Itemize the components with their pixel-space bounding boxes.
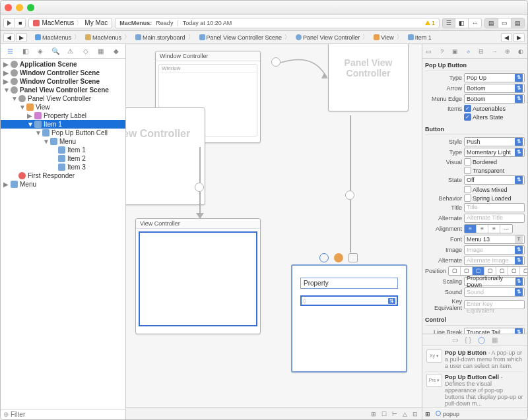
storyboard-canvas[interactable]: Window Controller Window ew Controller P… bbox=[126, 44, 422, 419]
library-item[interactable]: Xy ▾Pop Up Button - A pop-up or a pull-d… bbox=[425, 347, 525, 372]
resolve-icon[interactable]: △ bbox=[403, 411, 407, 417]
disclosure-triangle[interactable]: ▼ bbox=[43, 138, 48, 145]
activity-viewer[interactable]: MacMenus: Ready | Today at 10:20 AM 1 bbox=[115, 18, 440, 28]
disclosure-triangle[interactable]: ▼ bbox=[35, 129, 40, 136]
grid-toggle-icon[interactable]: ⊞ bbox=[425, 411, 430, 417]
file-inspector-tab[interactable]: ▭ bbox=[424, 47, 434, 56]
file-template-tab[interactable]: ▭ bbox=[452, 336, 458, 344]
related-forward-button[interactable]: ▶ bbox=[513, 33, 525, 42]
warnings-indicator[interactable]: 1 bbox=[425, 20, 435, 26]
symbol-tab[interactable]: ◈ bbox=[36, 47, 45, 56]
library-list[interactable]: Xy ▾Pop Up Button - A pop-up or a pull-d… bbox=[422, 346, 527, 407]
outline-row[interactable]: ▶Application Scene bbox=[1, 60, 125, 69]
property-label[interactable]: Property bbox=[300, 278, 398, 289]
breakpoint-tab[interactable]: ◆ bbox=[112, 47, 121, 56]
outline-row[interactable]: ▼Pop Up Button Cell bbox=[1, 129, 125, 137]
disclosure-triangle[interactable]: ▼ bbox=[11, 95, 16, 102]
back-button[interactable]: ◀ bbox=[3, 33, 15, 42]
debug-tab[interactable]: ▦ bbox=[96, 47, 106, 56]
object-library-tab[interactable]: ◯ bbox=[478, 336, 485, 344]
segue-connector[interactable] bbox=[271, 57, 280, 67]
outline-row[interactable]: Item 2 bbox=[1, 154, 125, 163]
allows-mixed-checkbox[interactable] bbox=[464, 186, 471, 193]
run-button[interactable] bbox=[4, 18, 15, 28]
media-library-tab[interactable]: ▦ bbox=[492, 336, 498, 344]
state-popup[interactable]: Off⇅ bbox=[464, 175, 525, 185]
panel-content-view[interactable]: Property ◊ ⇅ bbox=[291, 264, 407, 373]
disclosure-triangle[interactable]: ▶ bbox=[27, 112, 32, 119]
zoom-window-button[interactable] bbox=[27, 4, 34, 11]
navigator-tabs[interactable]: ☰ ◧ ◈ 🔍 ⚠ ◇ ▦ ◆ bbox=[1, 44, 125, 59]
line-break-popup[interactable]: Truncate Tail⇅ bbox=[464, 328, 525, 334]
inspector-body[interactable]: Pop Up Button TypePop Up⇅ ArrowBottom⇅ M… bbox=[422, 59, 527, 334]
alters-state-checkbox[interactable] bbox=[464, 113, 471, 121]
position-segmented[interactable]: ▢▢▢▢▢▢▢ bbox=[448, 266, 527, 276]
dock-first-responder-icon[interactable] bbox=[334, 253, 343, 262]
font-field[interactable]: Menu 13T bbox=[464, 235, 525, 244]
version-editor-button[interactable]: ↔ bbox=[469, 18, 481, 28]
inspector-tabs[interactable]: ▭ ? ▣ ⟐ ⊟ → ⊕ ◐ bbox=[422, 44, 527, 59]
toggle-inspector-button[interactable]: ▤ bbox=[512, 18, 524, 28]
button-type-popup[interactable]: Momentary Light⇅ bbox=[464, 148, 525, 157]
style-popup[interactable]: Push⇅ bbox=[464, 137, 525, 146]
outline-row[interactable]: Item 1 bbox=[1, 146, 125, 154]
segue-connector[interactable] bbox=[345, 191, 354, 200]
outline-row[interactable]: ▼Panel View Controller Scene bbox=[1, 86, 125, 94]
title-field[interactable]: Title bbox=[464, 203, 525, 212]
toggle-debug-button[interactable]: ▭ bbox=[498, 18, 512, 28]
outline-row[interactable]: Item 3 bbox=[1, 163, 125, 171]
size-inspector-tab[interactable]: ⊟ bbox=[477, 47, 486, 56]
grid-icon[interactable]: ⊞ bbox=[371, 411, 376, 417]
dock-exit-icon[interactable] bbox=[348, 253, 358, 262]
dock-controller-icon[interactable] bbox=[319, 253, 329, 262]
key-equiv-field[interactable]: Enter Key Equivalent bbox=[464, 300, 525, 309]
disclosure-triangle[interactable]: ▼ bbox=[3, 86, 9, 94]
identity-inspector-tab[interactable]: ▣ bbox=[451, 47, 460, 56]
alternate-title-field[interactable]: Alternate Title bbox=[464, 214, 525, 223]
bordered-checkbox[interactable] bbox=[464, 158, 471, 165]
disclosure-triangle[interactable]: ▶ bbox=[3, 69, 9, 76]
library-filter-field[interactable]: popup bbox=[433, 410, 525, 418]
standard-editor-button[interactable]: ☰ bbox=[443, 18, 455, 28]
forward-button[interactable]: ▶ bbox=[16, 33, 27, 42]
outline-row[interactable]: ▼View bbox=[1, 103, 125, 111]
disclosure-triangle[interactable]: ▼ bbox=[27, 121, 32, 128]
view-controller-clipped[interactable]: ew Controller bbox=[126, 107, 205, 205]
find-tab[interactable]: 🔍 bbox=[51, 47, 60, 56]
toggle-navigator-button[interactable]: ▤ bbox=[485, 18, 498, 28]
help-inspector-tab[interactable]: ? bbox=[438, 47, 447, 56]
sound-popup[interactable]: Sound⇅ bbox=[464, 287, 525, 297]
outline-row[interactable]: ▶Window Controller Scene bbox=[1, 69, 125, 77]
issue-tab[interactable]: ⚠ bbox=[66, 47, 75, 56]
scheme-selector[interactable]: MacMenus 〉 My Mac bbox=[28, 18, 112, 28]
outline-row[interactable]: ▶Window Controller Scene bbox=[1, 77, 125, 86]
document-outline[interactable]: ▶Application Scene▶Window Controller Sce… bbox=[1, 59, 125, 409]
scene-dock[interactable] bbox=[319, 253, 358, 262]
alignment-segmented[interactable]: ≡≡≡--- bbox=[464, 224, 513, 233]
disclosure-triangle[interactable]: ▶ bbox=[3, 78, 9, 85]
autoenables-checkbox[interactable] bbox=[464, 105, 471, 112]
panel-toggles[interactable]: ▤ ▭ ▤ bbox=[484, 18, 525, 28]
segue-connector[interactable] bbox=[195, 183, 204, 192]
alt-image-popup[interactable]: Alternate Image⇅ bbox=[464, 256, 525, 265]
arrow-popup[interactable]: Bottom⇅ bbox=[464, 84, 525, 93]
test-tab[interactable]: ◇ bbox=[81, 47, 90, 56]
code-snippet-tab[interactable]: { } bbox=[465, 336, 471, 344]
panel-view-controller-object[interactable]: Panel View Controller bbox=[328, 44, 409, 111]
embed-icon[interactable]: ⊡ bbox=[412, 411, 418, 417]
scaling-popup[interactable]: Proportionally Down⇅ bbox=[464, 277, 525, 286]
project-navigator-tab[interactable]: ☰ bbox=[5, 47, 15, 56]
bindings-inspector-tab[interactable]: ⊕ bbox=[503, 47, 512, 56]
outline-row[interactable]: ▼Item 1 bbox=[1, 120, 125, 129]
outline-row[interactable]: ▼Panel View Controller bbox=[1, 94, 125, 103]
assistant-editor-button[interactable]: ◧ bbox=[455, 18, 469, 28]
image-popup[interactable]: Image⇅ bbox=[464, 245, 525, 255]
close-window-button[interactable] bbox=[5, 4, 12, 11]
popup-button-selected[interactable]: ◊ ⇅ bbox=[300, 295, 398, 306]
breadcrumb[interactable]: MacMenus MacMenus Main.storyboard Panel … bbox=[30, 33, 437, 42]
minimize-window-button[interactable] bbox=[16, 4, 23, 11]
disclosure-triangle[interactable]: ▼ bbox=[19, 104, 24, 111]
view-controller-object[interactable]: View Controller bbox=[135, 218, 261, 334]
source-control-tab[interactable]: ◧ bbox=[20, 47, 30, 56]
editor-mode-segmented[interactable]: ☰ ◧ ↔ bbox=[442, 18, 482, 28]
